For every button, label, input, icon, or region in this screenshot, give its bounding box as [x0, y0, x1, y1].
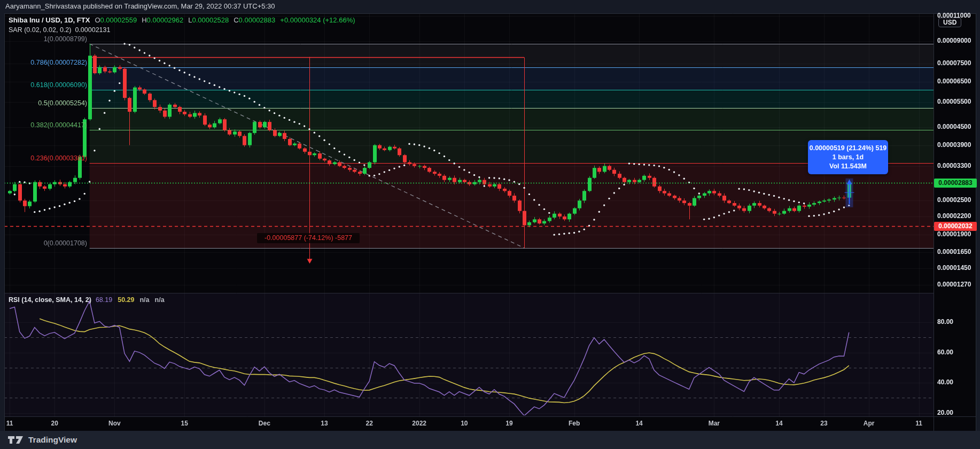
price-tick: 0.00001270 [937, 281, 971, 288]
rsi-tick: 80.00 [937, 318, 953, 326]
price-tick: 0.00006500 [937, 78, 971, 85]
symbol-header: Shiba Inu / USD, 1D, FTXO0.00002559H0.00… [9, 16, 355, 24]
price-tick: 0.00007500 [937, 59, 971, 67]
rsi-value: 68.19 [96, 296, 112, 304]
tradingview-logo-icon[interactable] [7, 435, 24, 445]
ohlc-key: C [234, 16, 238, 24]
rsi-tick: 60.00 [937, 349, 953, 356]
price-tick: 0.00002200 [937, 212, 971, 220]
footer-bar: TradingView [0, 431, 980, 449]
tooltip-change: 0.00000519 (21.24%) 519 [808, 144, 888, 152]
time-tick: 20 [43, 420, 66, 427]
price-tick: 0.00001900 [937, 230, 971, 238]
time-tick: 11 [0, 420, 21, 427]
price-tick: 0.00002500 [937, 196, 971, 204]
chart-canvas[interactable] [0, 0, 980, 449]
price-tick: 0.00003900 [937, 141, 971, 149]
price-tick: 0.00004500 [937, 123, 971, 130]
currency-badge[interactable]: USD [938, 18, 961, 27]
time-tick: 23 [812, 420, 836, 427]
price-tick: 0.00001650 [937, 248, 971, 256]
time-tick: 2022 [408, 420, 431, 427]
sar-header: SAR (0.02, 0.02, 0.2)0.00002131 [9, 26, 110, 34]
ohlc-value: 0.00002559 [100, 16, 137, 24]
sar-label: SAR (0.02, 0.02, 0.2) [9, 26, 71, 34]
time-tick: 14 [767, 420, 791, 427]
time-tick: Nov [103, 420, 126, 427]
measure-tooltip: 0.00000519 (21.24%) 519 1 bars, 1d Vol 1… [808, 140, 888, 174]
ohlc-value: 0.00002528 [192, 16, 229, 24]
price-tick: 0.00003300 [937, 162, 971, 169]
tooltip-volume: Vol 11.543M [808, 162, 888, 170]
time-tick: 13 [313, 420, 336, 427]
time-tick: 15 [173, 420, 196, 427]
tradingview-brand-text[interactable]: TradingView [28, 435, 77, 445]
time-tick: 14 [627, 420, 651, 427]
rsi-tick: 40.00 [937, 378, 953, 386]
ohlc-key: O [95, 16, 100, 24]
time-tick: 19 [497, 420, 521, 427]
price-tick: 0.00009000 [937, 37, 971, 44]
ohlc-values: O0.00002559H0.00002962L0.00002528C0.0000… [90, 16, 275, 24]
time-tick: Dec [253, 420, 276, 427]
alert-price-badge: 0.00002032 [934, 222, 977, 231]
attribution-text: Aaryamann_Shrivastava published on Tradi… [5, 2, 275, 10]
time-tick: 22 [357, 420, 381, 427]
rsi-na-2: n/a [155, 296, 165, 304]
rsi-header: RSI (14, close, SMA, 14, 2)68.1950.29n/a… [9, 296, 165, 304]
ohlc-value: 0.00002962 [147, 16, 184, 24]
time-tick: 11 [907, 420, 931, 427]
price-range-label: -0.00005877 (-74.12%) -5877 [257, 233, 360, 243]
rsi-ma-value: 50.29 [118, 296, 134, 304]
time-tick: Feb [563, 420, 586, 427]
time-tick: 10 [453, 420, 476, 427]
change-value: +0.00000324 (+12.66%) [280, 16, 355, 24]
price-tick: 0.00005500 [937, 98, 971, 105]
rsi-na-1: n/a [139, 296, 149, 304]
time-tick: Apr [857, 420, 881, 427]
ohlc-key: H [142, 16, 146, 24]
price-tick: 0.00001450 [937, 264, 971, 272]
last-price-badge: 0.00002883 [934, 179, 977, 188]
ohlc-key: L [188, 16, 192, 24]
rsi-title: RSI (14, close, SMA, 14, 2) [9, 296, 91, 304]
ohlc-value: 0.00002883 [239, 16, 276, 24]
symbol-title: Shiba Inu / USD, 1D, FTX [9, 16, 90, 24]
tooltip-bars: 1 bars, 1d [808, 153, 888, 161]
tradingview-published-chart: { "attribution": "Aaryamann_Shrivastava … [0, 0, 980, 449]
sar-value: 0.00002131 [75, 26, 110, 34]
time-tick: Mar [702, 420, 726, 427]
rsi-tick: 20.00 [937, 409, 953, 416]
